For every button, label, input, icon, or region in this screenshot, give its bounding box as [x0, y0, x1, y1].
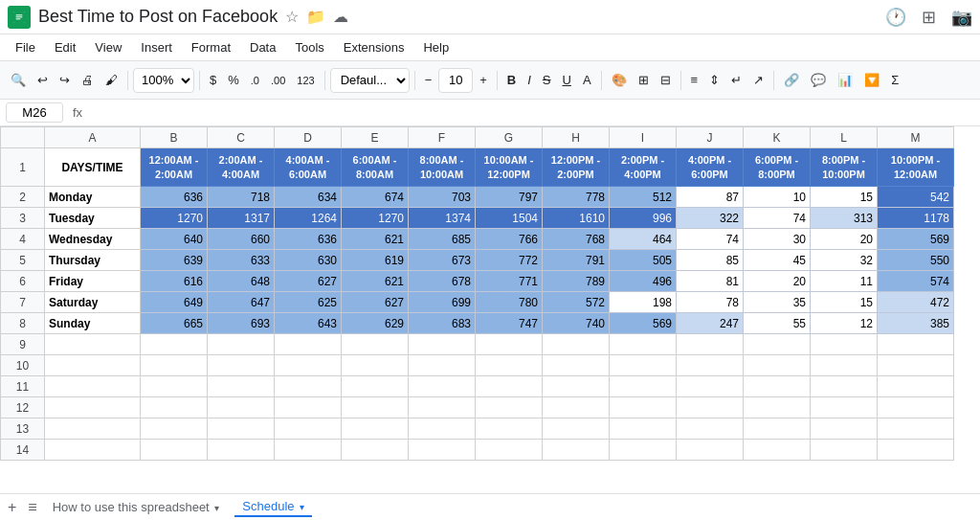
empty-cell-12-3[interactable] — [275, 397, 342, 418]
col-header-f[interactable]: F — [409, 127, 476, 148]
cell-sunday-4[interactable]: 683 — [409, 313, 476, 334]
cell-saturday-6[interactable]: 572 — [543, 292, 610, 313]
days-time-header[interactable]: DAYS/TIME — [45, 148, 141, 187]
cell-wednesday-5[interactable]: 766 — [476, 229, 543, 250]
col-header-h[interactable]: H — [543, 127, 610, 148]
empty-cell-11-4[interactable] — [342, 376, 409, 397]
empty-cell-11-1[interactable] — [141, 376, 208, 397]
col-header-j[interactable]: J — [677, 127, 744, 148]
decimal-increase-btn[interactable]: .00 — [266, 67, 290, 94]
cell-thursday-2[interactable]: 630 — [275, 250, 342, 271]
menu-view[interactable]: View — [87, 38, 129, 57]
font-size-increase[interactable]: + — [475, 67, 492, 94]
cell-tuesday-9[interactable]: 74 — [744, 208, 811, 229]
empty-cell-10-2[interactable] — [208, 355, 275, 376]
col-header-b[interactable]: B — [141, 127, 208, 148]
cell-wednesday-3[interactable]: 621 — [342, 229, 409, 250]
day-label-friday[interactable]: Friday — [45, 271, 141, 292]
menu-extensions[interactable]: Extensions — [336, 38, 412, 57]
empty-cell-14-12[interactable] — [878, 440, 954, 461]
font-select[interactable]: Defaul... — [330, 68, 410, 93]
time-header-k[interactable]: 6:00PM -8:00PM — [744, 148, 811, 187]
cell-sunday-6[interactable]: 740 — [543, 313, 610, 334]
rotate-btn[interactable]: ↗ — [748, 67, 768, 94]
empty-cell-11-7[interactable] — [543, 376, 610, 397]
empty-cell-13-10[interactable] — [744, 418, 811, 440]
cell-saturday-10[interactable]: 15 — [811, 292, 878, 313]
cell-monday-11[interactable]: 542 — [878, 187, 954, 208]
empty-cell-14-4[interactable] — [342, 440, 409, 461]
cell-thursday-10[interactable]: 32 — [811, 250, 878, 271]
cell-thursday-8[interactable]: 85 — [677, 250, 744, 271]
cell-monday-4[interactable]: 703 — [409, 187, 476, 208]
empty-cell-9-5[interactable] — [409, 334, 476, 355]
cell-saturday-2[interactable]: 625 — [275, 292, 342, 313]
percent-btn[interactable]: % — [223, 67, 244, 94]
cell-friday-5[interactable]: 771 — [476, 271, 543, 292]
empty-cell-12-10[interactable] — [744, 397, 811, 418]
col-header-i[interactable]: I — [610, 127, 677, 148]
cell-saturday-3[interactable]: 627 — [342, 292, 409, 313]
empty-cell-12-0[interactable] — [45, 397, 141, 418]
cell-friday-6[interactable]: 789 — [543, 271, 610, 292]
cell-saturday-9[interactable]: 35 — [744, 292, 811, 313]
cell-saturday-0[interactable]: 649 — [141, 292, 208, 313]
paint-format-btn[interactable]: 🖌 — [100, 67, 122, 94]
time-header-c[interactable]: 2:00AM -4:00AM — [208, 148, 275, 187]
empty-cell-11-9[interactable] — [677, 376, 744, 397]
empty-cell-12-1[interactable] — [141, 397, 208, 418]
cell-saturday-4[interactable]: 699 — [409, 292, 476, 313]
font-size-decrease[interactable]: − — [420, 67, 437, 94]
cell-wednesday-4[interactable]: 685 — [409, 229, 476, 250]
chart-btn[interactable]: 📊 — [833, 67, 858, 94]
underline-btn[interactable]: U — [558, 67, 576, 94]
empty-cell-11-11[interactable] — [811, 376, 878, 397]
empty-cell-12-9[interactable] — [677, 397, 744, 418]
empty-cell-9-4[interactable] — [342, 334, 409, 355]
cell-thursday-11[interactable]: 550 — [878, 250, 954, 271]
cell-wednesday-1[interactable]: 660 — [208, 229, 275, 250]
cell-tuesday-1[interactable]: 1317 — [208, 208, 275, 229]
tab-active-arrow[interactable]: ▾ — [300, 502, 304, 512]
cell-monday-0[interactable]: 636 — [141, 187, 208, 208]
cell-tuesday-3[interactable]: 1270 — [342, 208, 409, 229]
empty-cell-10-6[interactable] — [476, 355, 543, 376]
cell-monday-8[interactable]: 87 — [677, 187, 744, 208]
star-icon[interactable]: ☆ — [285, 8, 299, 26]
col-header-g[interactable]: G — [476, 127, 543, 148]
grid-icon[interactable]: ⊞ — [922, 7, 936, 28]
empty-cell-9-8[interactable] — [610, 334, 677, 355]
empty-cell-9-9[interactable] — [677, 334, 744, 355]
menu-tools[interactable]: Tools — [287, 38, 331, 57]
empty-cell-9-2[interactable] — [208, 334, 275, 355]
empty-cell-11-8[interactable] — [610, 376, 677, 397]
empty-cell-13-8[interactable] — [610, 418, 677, 440]
print-btn[interactable]: 🖨 — [77, 67, 99, 94]
empty-cell-9-10[interactable] — [744, 334, 811, 355]
empty-cell-13-5[interactable] — [409, 418, 476, 440]
cell-tuesday-4[interactable]: 1374 — [409, 208, 476, 229]
cell-friday-2[interactable]: 627 — [275, 271, 342, 292]
empty-cell-12-2[interactable] — [208, 397, 275, 418]
cell-tuesday-0[interactable]: 1270 — [141, 208, 208, 229]
cell-wednesday-7[interactable]: 464 — [610, 229, 677, 250]
cell-monday-1[interactable]: 718 — [208, 187, 275, 208]
empty-cell-12-8[interactable] — [610, 397, 677, 418]
cell-tuesday-7[interactable]: 996 — [610, 208, 677, 229]
formula-input[interactable] — [92, 105, 974, 120]
cell-saturday-1[interactable]: 647 — [208, 292, 275, 313]
cell-saturday-5[interactable]: 780 — [476, 292, 543, 313]
cell-tuesday-5[interactable]: 1504 — [476, 208, 543, 229]
cell-sunday-1[interactable]: 693 — [208, 313, 275, 334]
cell-friday-8[interactable]: 81 — [677, 271, 744, 292]
empty-cell-13-7[interactable] — [543, 418, 610, 440]
font-size-input[interactable] — [438, 68, 473, 93]
empty-cell-9-1[interactable] — [141, 334, 208, 355]
cell-thursday-1[interactable]: 633 — [208, 250, 275, 271]
empty-cell-11-2[interactable] — [208, 376, 275, 397]
empty-cell-9-6[interactable] — [476, 334, 543, 355]
day-label-tuesday[interactable]: Tuesday — [45, 208, 141, 229]
valign-btn[interactable]: ⇕ — [704, 67, 724, 94]
empty-cell-13-6[interactable] — [476, 418, 543, 440]
col-header-m[interactable]: M — [878, 127, 954, 148]
